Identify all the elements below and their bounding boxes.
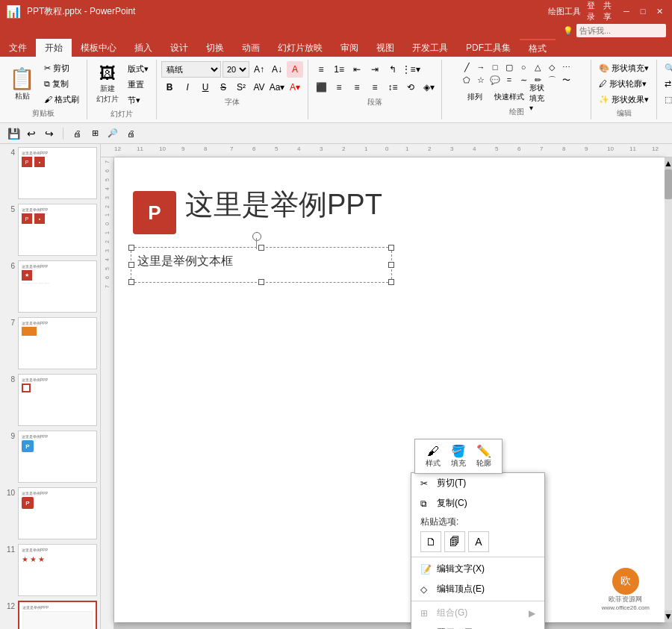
- shape-fill-button[interactable]: 形状填充▾: [529, 89, 545, 105]
- shape-callout[interactable]: 💬: [488, 74, 502, 86]
- align-left-button[interactable]: ⬛: [313, 79, 329, 96]
- shape-rounded-rect[interactable]: ▢: [503, 61, 516, 73]
- align-center-button[interactable]: ≡: [331, 79, 347, 96]
- tab-pdf[interactable]: PDF工具集: [457, 39, 520, 57]
- slide-title[interactable]: 这里是举例PPT: [185, 186, 650, 224]
- bullets-button[interactable]: ≡: [313, 61, 329, 78]
- font-family-select[interactable]: 稿纸: [161, 61, 221, 78]
- rtl-button[interactable]: ↰: [385, 61, 401, 78]
- charspacing-button[interactable]: Aa▾: [269, 79, 285, 96]
- justify-button[interactable]: ≡: [367, 79, 383, 96]
- tab-developer[interactable]: 开发工具: [403, 39, 457, 57]
- layout-button[interactable]: 版式▾: [125, 62, 152, 76]
- tab-animation[interactable]: 动画: [233, 39, 269, 57]
- shadow-button[interactable]: S²: [233, 79, 249, 96]
- handle-tr[interactable]: [388, 245, 394, 251]
- text-direction-button[interactable]: ⟲: [402, 79, 419, 96]
- minimize-button[interactable]: ─: [620, 4, 633, 18]
- paste-button[interactable]: 📋 粘贴: [4, 63, 40, 104]
- shape-diamond[interactable]: ◇: [545, 61, 559, 73]
- select-button[interactable]: ⬚ 选择▾: [662, 93, 672, 107]
- slide-thumbnail-9[interactable]: 这里是举例PPP P: [18, 431, 97, 483]
- share-button[interactable]: 共享: [603, 4, 617, 18]
- numbering-button[interactable]: 1≡: [331, 61, 347, 78]
- ctx-edit-text[interactable]: 📝 编辑文字(X): [411, 559, 544, 579]
- shape-effect-btn[interactable]: ✨ 形状效果▾: [596, 93, 652, 107]
- font-color-button[interactable]: A▾: [287, 79, 303, 96]
- increase-indent-button[interactable]: ⇥: [367, 61, 383, 78]
- shape-bracket[interactable]: ⌒: [545, 74, 559, 86]
- paste-option-2[interactable]: 🗐: [444, 531, 465, 552]
- slide-thumbnail-7[interactable]: 这里是举例PPP: [18, 317, 97, 369]
- rotate-handle[interactable]: [252, 232, 261, 241]
- handle-ml[interactable]: [128, 262, 134, 268]
- bold-button[interactable]: B: [161, 79, 178, 96]
- slide-thumbnail-10[interactable]: 这里是举例PPP P: [18, 487, 97, 539]
- strikethrough-button[interactable]: S: [215, 79, 231, 96]
- ctx-edit-vertex[interactable]: ◇ 编辑顶点(E): [411, 579, 544, 599]
- handle-br[interactable]: [388, 279, 394, 285]
- print-button[interactable]: 🖨: [123, 126, 138, 141]
- save-button[interactable]: 💾: [6, 126, 21, 141]
- handle-tc[interactable]: [258, 245, 264, 251]
- convert-smartart-button[interactable]: ◈▾: [420, 79, 437, 96]
- tab-transitions[interactable]: 切换: [197, 39, 233, 57]
- shape-line[interactable]: ╱: [460, 61, 473, 73]
- slide-thumbnail-6[interactable]: 这里是举例PPP ★ — — — — —: [18, 260, 97, 313]
- paste-option-3[interactable]: A: [468, 531, 489, 552]
- tab-slideshow[interactable]: 幻灯片放映: [269, 39, 332, 57]
- clear-format-button[interactable]: A: [287, 61, 303, 78]
- shape-outline-btn[interactable]: 🖊 形状轮廓▾: [596, 77, 652, 91]
- shape-fill-btn2[interactable]: 🎨 形状填充▾: [596, 61, 652, 75]
- shape-pentagon[interactable]: ⬠: [460, 74, 473, 86]
- handle-mr[interactable]: [388, 262, 394, 268]
- shape-wave[interactable]: 〜: [559, 74, 573, 86]
- slide-thumbnail-11[interactable]: 这里是举例PPP ★ ★ ★: [18, 544, 97, 596]
- login-button[interactable]: 登录: [587, 4, 600, 18]
- align-right-button[interactable]: ≡: [349, 79, 365, 96]
- columns-button[interactable]: ⋮≡▾: [402, 61, 419, 78]
- copy-button[interactable]: ⧉ 复制: [41, 77, 82, 91]
- shape-oval[interactable]: ○: [517, 61, 530, 73]
- handle-tl[interactable]: [128, 245, 134, 251]
- slide-thumbnail-8[interactable]: 这里是举例PPP: [18, 374, 97, 426]
- maximize-button[interactable]: □: [636, 4, 650, 18]
- reset-button[interactable]: 重置: [125, 78, 152, 92]
- ctx-bring-forward[interactable]: ▣ 置于顶层(R) ▶: [411, 623, 544, 629]
- tab-file[interactable]: 文件: [0, 39, 36, 57]
- ctx-copy[interactable]: ⧉ 复制(C): [411, 493, 544, 513]
- tab-home[interactable]: 开始: [36, 39, 72, 57]
- close-button[interactable]: ✕: [653, 4, 666, 18]
- redo-button[interactable]: ↪: [42, 126, 57, 141]
- decrease-indent-button[interactable]: ⇤: [349, 61, 365, 78]
- slide-thumbnail-4[interactable]: 这里是举例PPP P ▪: [18, 147, 97, 199]
- italic-button[interactable]: I: [179, 79, 196, 96]
- outline-tool-button[interactable]: ✏️ 轮廓: [472, 442, 496, 470]
- style-tool-button[interactable]: 🖌 样式: [421, 443, 445, 470]
- vertical-scrollbar[interactable]: ▲ ▼: [665, 157, 672, 622]
- font-size-select[interactable]: 20: [223, 61, 249, 78]
- underline-button[interactable]: U: [197, 79, 214, 96]
- paste-option-1[interactable]: 🗋: [420, 531, 441, 552]
- slide-thumbnail-12[interactable]: 这里是举例PPP: [18, 601, 97, 629]
- arrange-button[interactable]: 排列: [460, 89, 490, 105]
- shape-triangle[interactable]: △: [531, 61, 544, 73]
- fill-tool-button[interactable]: 🪣 填充: [447, 442, 470, 470]
- find-button[interactable]: 🔍 查找▾: [662, 61, 672, 75]
- increase-font-button[interactable]: A↑: [251, 61, 267, 78]
- tab-insert[interactable]: 插入: [125, 39, 161, 57]
- search-input[interactable]: [576, 24, 666, 37]
- handle-bc[interactable]: [258, 279, 264, 285]
- view-toggle-button[interactable]: ⊞: [87, 126, 102, 141]
- slide-thumbnail-5[interactable]: 这里是举例PPP P ▪: [18, 204, 97, 256]
- customize-button[interactable]: 🖨: [69, 126, 84, 141]
- section-button[interactable]: 节▾: [125, 93, 152, 107]
- shape-arrow[interactable]: →: [474, 61, 488, 73]
- quick-style-button[interactable]: 快速样式: [491, 89, 527, 105]
- shape-star[interactable]: ☆: [474, 74, 488, 86]
- tab-design[interactable]: 设计: [161, 39, 197, 57]
- replace-button[interactable]: ⇄ 替换▾: [662, 77, 672, 91]
- cut-button[interactable]: ✂ 剪切: [41, 61, 82, 75]
- new-slide-button[interactable]: 🖼 新建 幻灯片: [92, 61, 123, 107]
- ctx-cut[interactable]: ✂ 剪切(T): [411, 473, 544, 493]
